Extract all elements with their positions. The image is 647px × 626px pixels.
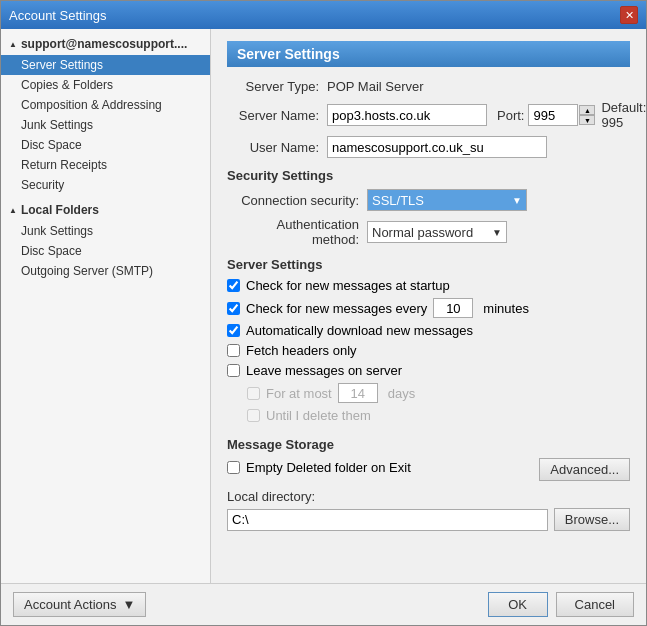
server-settings-subsection-label: Server Settings: [227, 257, 630, 272]
connection-security-label: Connection security:: [227, 193, 367, 208]
account-settings-window: Account Settings ✕ support@namescosuppor…: [0, 0, 647, 626]
local-folders-label: Local Folders: [1, 199, 210, 221]
sidebar-item-outgoing-smtp[interactable]: Outgoing Server (SMTP): [1, 261, 210, 281]
security-settings-label: Security Settings: [227, 168, 630, 183]
server-type-value: POP Mail Server: [327, 79, 424, 94]
sidebar-item-copies-folders[interactable]: Copies & Folders: [1, 75, 210, 95]
until-delete-checkbox[interactable]: [247, 409, 260, 422]
until-delete-label: Until I delete them: [266, 408, 371, 423]
port-spinner: ▲ ▼: [579, 105, 595, 125]
auto-download-checkbox[interactable]: [227, 324, 240, 337]
sidebar-item-server-settings[interactable]: Server Settings: [1, 55, 210, 75]
account-actions-arrow-icon: ▼: [123, 597, 136, 612]
check-every-label: Check for new messages every: [246, 301, 427, 316]
sidebar-item-composition[interactable]: Composition & Addressing: [1, 95, 210, 115]
days-label: days: [388, 386, 415, 401]
server-name-label: Server Name:: [227, 108, 327, 123]
username-input[interactable]: [327, 136, 547, 158]
sidebar-item-disc-local[interactable]: Disc Space: [1, 241, 210, 261]
for-at-most-checkbox[interactable]: [247, 387, 260, 400]
days-input[interactable]: [338, 383, 378, 403]
browse-button[interactable]: Browse...: [554, 508, 630, 531]
advanced-button[interactable]: Advanced...: [539, 458, 630, 481]
leave-messages-checkbox[interactable]: [227, 364, 240, 377]
footer-right: OK Cancel: [488, 592, 634, 617]
fetch-headers-checkbox[interactable]: [227, 344, 240, 357]
auth-method-row: Authentication method: Normal password ▼: [227, 217, 630, 247]
main-title: Server Settings: [227, 41, 630, 67]
server-name-input[interactable]: [327, 104, 487, 126]
connection-security-dropdown[interactable]: SSL/TLS ▼: [367, 189, 527, 211]
port-down-button[interactable]: ▼: [579, 115, 595, 125]
sidebar: support@namescosupport.... Server Settin…: [1, 29, 211, 583]
window-title: Account Settings: [9, 8, 107, 23]
port-row: ▲ ▼: [528, 104, 595, 126]
fetch-headers-label: Fetch headers only: [246, 343, 357, 358]
account-actions-button[interactable]: Account Actions ▼: [13, 592, 146, 617]
user-name-row: User Name:: [227, 136, 630, 158]
for-at-most-label: For at most: [266, 386, 332, 401]
server-type-label: Server Type:: [227, 79, 327, 94]
check-interval-input[interactable]: [433, 298, 473, 318]
dropdown-normal-arrow-icon: ▼: [492, 227, 502, 238]
default-label: Default: 995: [601, 100, 646, 130]
local-directory-label: Local directory:: [227, 489, 630, 504]
auth-method-label: Authentication method:: [227, 217, 367, 247]
auto-download-row: Automatically download new messages: [227, 323, 630, 338]
server-name-row: Server Name: Port: ▲ ▼ Default: 995: [227, 100, 630, 130]
server-settings-section: Server Settings Check for new messages a…: [227, 257, 630, 423]
main-panel: Server Settings Server Type: POP Mail Se…: [211, 29, 646, 583]
message-storage-section: Message Storage Empty Deleted folder on …: [227, 437, 630, 531]
leave-messages-label: Leave messages on server: [246, 363, 402, 378]
for-at-most-row: For at most days: [227, 383, 630, 403]
sidebar-item-disc-space[interactable]: Disc Space: [1, 135, 210, 155]
sidebar-item-junk-settings[interactable]: Junk Settings: [1, 115, 210, 135]
port-label: Port:: [497, 108, 524, 123]
local-directory-input[interactable]: [227, 509, 548, 531]
port-up-button[interactable]: ▲: [579, 105, 595, 115]
security-section: Security Settings Connection security: S…: [227, 168, 630, 247]
auto-download-label: Automatically download new messages: [246, 323, 473, 338]
message-storage-label: Message Storage: [227, 437, 630, 452]
empty-deleted-checkbox[interactable]: [227, 461, 240, 474]
minutes-label: minutes: [483, 301, 529, 316]
check-startup-label: Check for new messages at startup: [246, 278, 450, 293]
local-directory-section: Local directory: Browse...: [227, 489, 630, 531]
titlebar: Account Settings ✕: [1, 1, 646, 29]
until-delete-row: Until I delete them: [227, 408, 630, 423]
leave-messages-row: Leave messages on server: [227, 363, 630, 378]
close-button[interactable]: ✕: [620, 6, 638, 24]
footer: Account Actions ▼ OK Cancel: [1, 583, 646, 625]
cancel-button[interactable]: Cancel: [556, 592, 634, 617]
server-type-row: Server Type: POP Mail Server: [227, 79, 630, 94]
local-directory-row: Browse...: [227, 508, 630, 531]
sidebar-item-return-receipts[interactable]: Return Receipts: [1, 155, 210, 175]
check-startup-checkbox[interactable]: [227, 279, 240, 292]
fetch-headers-row: Fetch headers only: [227, 343, 630, 358]
check-every-checkbox[interactable]: [227, 302, 240, 315]
auth-method-dropdown[interactable]: Normal password ▼: [367, 221, 507, 243]
connection-security-row: Connection security: SSL/TLS ▼: [227, 189, 630, 211]
ok-button[interactable]: OK: [488, 592, 548, 617]
sidebar-item-junk-local[interactable]: Junk Settings: [1, 221, 210, 241]
content-area: support@namescosupport.... Server Settin…: [1, 29, 646, 583]
empty-deleted-row: Empty Deleted folder on Exit Advanced...: [227, 458, 630, 481]
empty-deleted-label: Empty Deleted folder on Exit: [246, 460, 411, 475]
user-name-label: User Name:: [227, 140, 327, 155]
sidebar-item-security[interactable]: Security: [1, 175, 210, 195]
port-input[interactable]: [528, 104, 578, 126]
dropdown-ssl-arrow-icon: ▼: [512, 195, 522, 206]
check-every-row: Check for new messages every minutes: [227, 298, 630, 318]
check-startup-row: Check for new messages at startup: [227, 278, 630, 293]
account-label: support@namescosupport....: [1, 33, 210, 55]
